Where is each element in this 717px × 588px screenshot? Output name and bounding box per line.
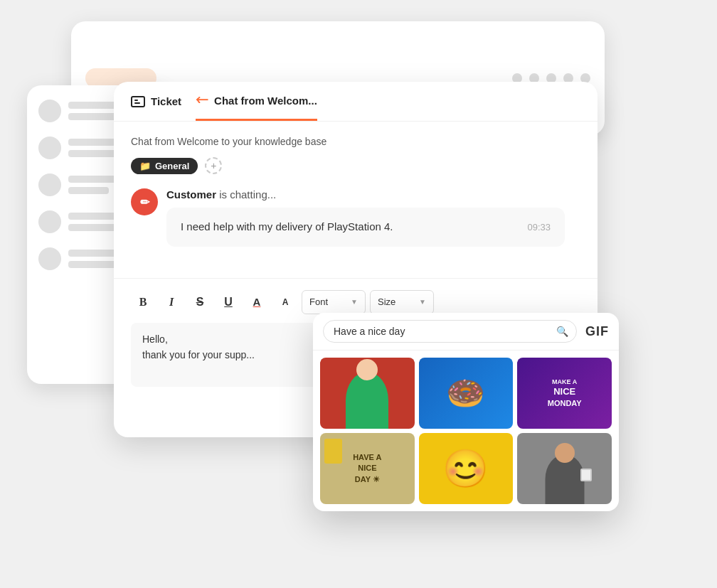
svg-rect-2	[134, 102, 140, 104]
size-dropdown[interactable]: Size ▼	[370, 290, 434, 314]
gif-item-6[interactable]	[517, 433, 612, 504]
person-body	[346, 372, 388, 429]
tag-icon: 📁	[139, 161, 151, 171]
font-color-button[interactable]: A	[245, 290, 269, 314]
sidebar-avatar-3	[38, 173, 61, 196]
customer-status-text: is chatting...	[219, 188, 276, 201]
message-time: 09:33	[527, 222, 551, 232]
search-icon: 🔍	[556, 326, 568, 337]
editor-line-1: Hello,	[142, 331, 319, 347]
add-tag-button[interactable]: +	[205, 157, 222, 174]
gif-item-4[interactable]: HAVE ANICEDAY ☀	[320, 433, 415, 504]
flower-decor	[324, 439, 342, 464]
person2-head	[555, 443, 575, 463]
person-head	[356, 359, 378, 380]
ticket-section[interactable]: Ticket	[131, 95, 181, 107]
chat-tab-label: Chat from Welcom...	[214, 95, 317, 107]
bold-button[interactable]: B	[131, 290, 155, 314]
gif-popup: 🔍 GIF 🍩 MAKE A NICE MONDAY HAVE ANICEDAY…	[313, 313, 619, 511]
mug	[580, 469, 592, 481]
chat-tab[interactable]: 🡐 Chat from Welcom...	[196, 82, 317, 121]
gif-item-2[interactable]: 🍩	[419, 358, 514, 429]
gif-item-3[interactable]: MAKE A NICE MONDAY	[517, 358, 612, 429]
divider	[114, 278, 598, 279]
strikethrough-button[interactable]: S	[188, 290, 212, 314]
chat-content: Chat from Welcome to your knowledge base…	[114, 122, 598, 278]
sidebar-line	[68, 224, 117, 231]
monday-line1: MAKE A	[548, 378, 582, 387]
sidebar-avatar-4	[38, 210, 61, 233]
gif-label: GIF	[585, 324, 609, 339]
tag-label: General	[155, 161, 189, 171]
sidebar-avatar-5	[38, 247, 61, 270]
sidebar-avatar-2	[38, 137, 61, 159]
message-bubble: I need help with my delivery of PlayStat…	[166, 208, 565, 247]
customer-name-row: Customer is chatting...	[166, 188, 580, 201]
customer-info: Customer is chatting... I need help with…	[166, 188, 580, 247]
sidebar-avatar-1	[38, 100, 61, 122]
gif-item-5[interactable]: 😊	[419, 433, 514, 504]
font-dropdown-arrow: ▼	[351, 298, 358, 306]
monday-line2: NICE	[548, 386, 582, 398]
size-dropdown-arrow: ▼	[419, 298, 426, 306]
search-wrapper: 🔍	[323, 320, 577, 343]
svg-rect-0	[132, 97, 144, 107]
tag-general[interactable]: 📁 General	[131, 158, 198, 174]
ticket-icon	[131, 96, 145, 107]
gif-search-row: 🔍 GIF	[313, 313, 619, 351]
message-text: I need help with my delivery of PlayStat…	[181, 219, 393, 235]
customer-name: Customer	[166, 188, 216, 201]
avatar-icon: ✏	[140, 196, 149, 209]
gif-search-input[interactable]	[323, 320, 577, 343]
editor-line-2: thank you for your supp...	[142, 347, 319, 363]
italic-button[interactable]: I	[159, 290, 184, 314]
customer-row: ✏ Customer is chatting... I need help wi…	[131, 188, 580, 247]
editor-preview: Hello, thank you for your supp...	[131, 323, 330, 387]
ticket-label-text: Ticket	[151, 95, 181, 107]
tag-row: 📁 General +	[131, 157, 580, 174]
chat-subtitle: Chat from Welcome to your knowledge base	[131, 136, 580, 147]
font-dropdown[interactable]: Font ▼	[302, 290, 366, 314]
gif-item-1[interactable]	[320, 358, 415, 429]
tab-header: Ticket 🡐 Chat from Welcom...	[114, 82, 598, 122]
svg-rect-1	[134, 100, 138, 101]
customer-avatar: ✏	[131, 188, 158, 215]
font-size-button[interactable]: A	[273, 290, 297, 314]
monday-line3: MONDAY	[548, 398, 582, 408]
underline-button[interactable]: U	[216, 290, 240, 314]
sidebar-line	[68, 187, 109, 194]
chat-arrow-icon: 🡐	[196, 93, 208, 108]
gif-grid: 🍩 MAKE A NICE MONDAY HAVE ANICEDAY ☀ 😊	[313, 351, 619, 511]
